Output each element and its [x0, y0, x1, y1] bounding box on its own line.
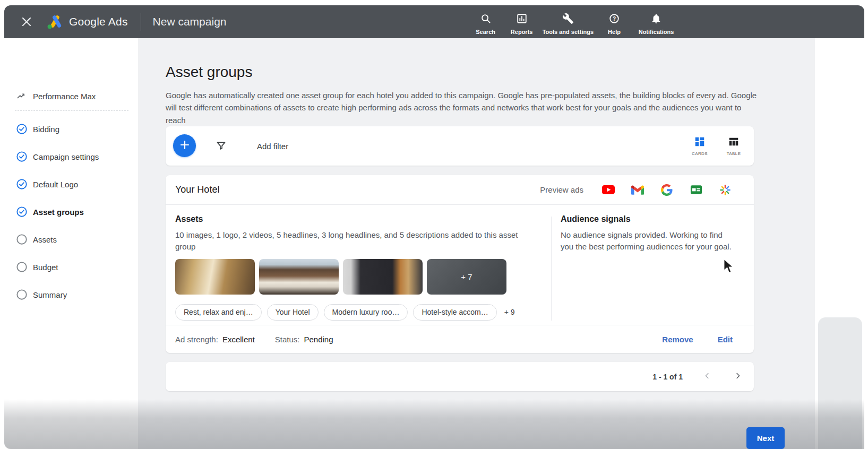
help-icon: ? — [608, 13, 620, 27]
pending-circle-icon — [16, 289, 28, 300]
topbar-divider — [141, 13, 141, 31]
brand-name: Google Ads — [69, 15, 128, 28]
preview-ads-row: Preview ads — [540, 175, 732, 205]
google-ads-logo-icon — [46, 14, 64, 30]
asset-thumbnail-hotel-lobby[interactable] — [175, 259, 255, 295]
tools-icon — [562, 13, 574, 27]
previous-page-button[interactable] — [701, 370, 714, 383]
pending-circle-icon — [16, 234, 28, 245]
google-ads-new-campaign-screen: { "topbar": { "brand": "Google Ads", "pa… — [0, 0, 868, 449]
scrollbar-thumb[interactable] — [818, 317, 862, 449]
chevron-right-icon — [733, 371, 743, 383]
filter-toolbar: Add filter CARDS TABLE — [166, 126, 754, 166]
audience-signals-column: Audience signals No audience signals pro… — [561, 214, 736, 253]
asset-group-footer: Ad strength: Excellent Status: Pending R… — [166, 325, 754, 353]
tools-and-settings-button[interactable]: Tools and settings — [543, 5, 594, 36]
sidebar-item-assets[interactable]: Assets — [4, 232, 138, 246]
asset-thumbnail-chef-cooking[interactable] — [343, 259, 423, 295]
remove-button[interactable]: Remove — [662, 335, 693, 344]
table-view-toggle[interactable]: TABLE — [722, 136, 745, 156]
cards-view-toggle[interactable]: CARDS — [688, 136, 711, 156]
google-icon[interactable] — [660, 184, 673, 196]
view-toggle: CARDS TABLE — [688, 126, 745, 166]
sidebar-item-default-logo[interactable]: Default Logo — [4, 177, 138, 191]
reports-button[interactable]: Reports — [506, 5, 537, 36]
add-asset-group-button[interactable] — [173, 134, 196, 157]
audience-signals-heading: Audience signals — [561, 214, 736, 224]
headline-chip: Hotel-style accom… — [413, 304, 496, 321]
assets-summary: 10 images, 1 logo, 2 videos, 5 headlines… — [175, 229, 532, 253]
assets-heading: Assets — [175, 214, 542, 224]
campaign-page-title: New campaign — [153, 15, 227, 28]
search-icon — [480, 13, 492, 27]
headline-chip: Rest, relax and enj… — [175, 304, 262, 321]
asset-thumbnail-hotel-room[interactable] — [259, 259, 339, 295]
pagination-bar: 1 - 1 of 1 — [166, 362, 754, 391]
status-label: Status: — [275, 335, 300, 344]
completed-check-icon — [16, 151, 28, 162]
sidebar-item-budget[interactable]: Budget — [4, 260, 138, 274]
sidebar-item-asset-groups[interactable]: Asset groups — [4, 205, 138, 219]
discover-icon[interactable] — [719, 184, 732, 196]
campaign-steps-sidebar: Performance Max Bidding Campaign setting… — [4, 38, 138, 449]
notifications-button[interactable]: Notifications — [635, 5, 677, 36]
sidebar-item-campaign-settings[interactable]: Campaign settings — [4, 150, 138, 163]
asset-thumbnail-more-images[interactable]: + 7 — [427, 259, 506, 295]
page-title: Asset groups — [166, 64, 252, 81]
completed-check-icon — [16, 206, 28, 218]
assets-column: Assets 10 images, 1 logo, 2 videos, 5 he… — [175, 214, 542, 321]
asset-thumbnails: + 7 — [175, 259, 542, 295]
sidebar-item-bidding[interactable]: Bidding — [4, 122, 138, 136]
ad-strength-label: Ad strength: — [175, 335, 218, 344]
help-button[interactable]: ? Help — [599, 5, 630, 36]
completed-check-icon — [16, 178, 28, 190]
asset-group-name: Your Hotel — [175, 184, 219, 195]
performance-max-icon — [16, 90, 28, 102]
headline-chip: Your Hotel — [267, 304, 319, 321]
plus-icon — [179, 140, 190, 152]
gmail-icon[interactable] — [631, 184, 644, 196]
headline-chip: Modern luxury roo… — [324, 304, 408, 321]
asset-group-header: Your Hotel Preview ads — [166, 175, 754, 205]
svg-text:?: ? — [613, 16, 616, 22]
more-chips-count: + 9 — [504, 308, 515, 316]
headline-chips: Rest, relax and enj… Your Hotel Modern l… — [175, 304, 542, 321]
chevron-left-icon — [702, 371, 712, 383]
next-page-button[interactable] — [732, 370, 744, 383]
sidebar-item-summary[interactable]: Summary — [4, 288, 138, 301]
next-step-button[interactable]: Next — [746, 427, 785, 449]
app-window: Google Ads New campaign Search Reports — [4, 5, 864, 449]
asset-group-card: Your Hotel Preview ads — [166, 175, 754, 353]
more-images-count: + 7 — [461, 272, 472, 281]
notifications-icon — [650, 13, 662, 27]
status-value: Pending — [304, 335, 333, 344]
pending-circle-icon — [16, 261, 28, 273]
topbar-actions: Search Reports Tools and settings ? Help — [470, 5, 677, 38]
add-filter-button[interactable]: Add filter — [257, 126, 288, 166]
sidebar-divider — [15, 110, 128, 111]
ad-strength-value: Excellent — [222, 335, 255, 344]
sidebar-header-performance-max: Performance Max — [4, 89, 138, 103]
table-icon — [728, 136, 740, 150]
top-bar: Google Ads New campaign Search Reports — [4, 5, 864, 38]
filter-icon[interactable] — [216, 140, 227, 153]
audience-signals-text: No audience signals provided. Working to… — [561, 229, 736, 253]
ad-strength-status: Ad strength: Excellent Status: Pending — [175, 335, 333, 344]
preview-ads-label: Preview ads — [540, 185, 583, 194]
page-description: Google has automatically created one ass… — [166, 89, 757, 126]
search-button[interactable]: Search — [470, 5, 501, 36]
column-divider — [551, 217, 552, 321]
right-rail — [815, 38, 864, 449]
reports-icon — [516, 13, 528, 27]
asset-group-actions: Remove Edit — [662, 335, 733, 344]
youtube-icon[interactable] — [602, 184, 615, 196]
cards-icon — [694, 136, 706, 150]
completed-check-icon — [16, 123, 28, 135]
close-icon[interactable] — [17, 12, 36, 31]
edit-button[interactable]: Edit — [718, 335, 733, 344]
pagination-range: 1 - 1 of 1 — [652, 373, 683, 381]
display-icon[interactable] — [690, 184, 702, 196]
